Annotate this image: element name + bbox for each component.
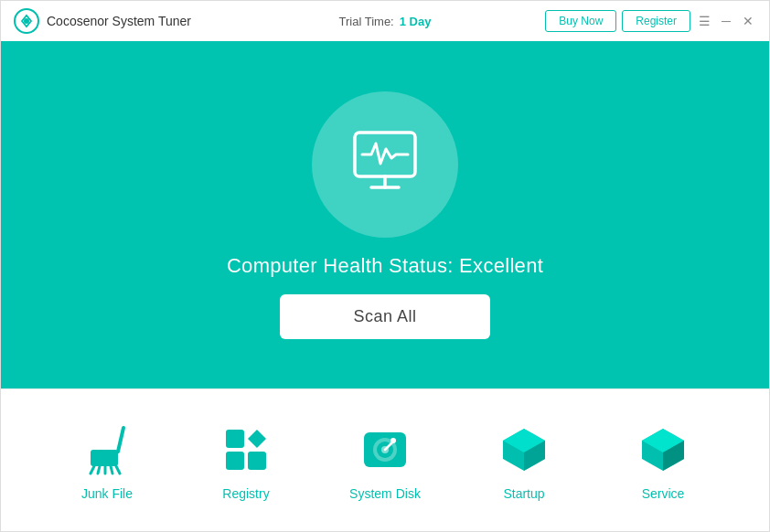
svg-line-6	[91, 466, 94, 473]
monitor-icon	[344, 123, 426, 206]
health-status: Computer Health Status: Excellent	[227, 254, 543, 278]
startup-label: Startup	[503, 486, 544, 501]
register-button[interactable]: Register	[622, 10, 690, 32]
buy-now-button[interactable]: Buy Now	[545, 10, 616, 32]
service-icon	[636, 422, 690, 477]
svg-rect-13	[226, 452, 244, 470]
startup-icon	[497, 422, 551, 477]
junk-file-icon	[80, 422, 134, 477]
menu-button[interactable]: ☰	[696, 13, 712, 29]
trial-value: 1 Day	[400, 15, 432, 28]
registry-label: Registry	[222, 486, 269, 501]
system-disk-label: System Disk	[349, 486, 421, 501]
svg-line-10	[116, 466, 120, 473]
system-disk-icon	[358, 422, 412, 477]
registry-icon	[219, 422, 273, 477]
title-bar: Cocosenor System Tuner Trial Time: 1 Day…	[1, 1, 769, 41]
main-hero: Computer Health Status: Excellent Scan A…	[1, 41, 769, 388]
trial-info: Trial Time: 1 Day	[339, 15, 432, 28]
scan-all-button[interactable]: Scan All	[280, 294, 489, 339]
svg-rect-14	[248, 452, 266, 470]
bottom-toolbar: Junk File Registry	[1, 388, 769, 532]
window-controls: Buy Now Register ☰ ─ ✕	[545, 10, 756, 32]
trial-label: Trial Time:	[339, 15, 394, 28]
minimize-button[interactable]: ─	[718, 13, 734, 29]
svg-rect-5	[91, 450, 118, 466]
svg-point-21	[390, 438, 396, 443]
app-title: Cocosenor System Tuner	[47, 14, 191, 28]
svg-rect-12	[226, 430, 244, 448]
system-disk-item[interactable]: System Disk	[339, 422, 431, 501]
service-label: Service	[642, 486, 685, 501]
junk-file-item[interactable]: Junk File	[61, 422, 153, 501]
service-item[interactable]: Service	[617, 422, 709, 501]
svg-line-9	[111, 466, 112, 473]
svg-line-7	[98, 466, 100, 473]
registry-item[interactable]: Registry	[200, 422, 292, 501]
close-button[interactable]: ✕	[740, 13, 756, 29]
startup-item[interactable]: Startup	[478, 422, 570, 501]
app-logo-icon	[14, 8, 39, 34]
monitor-circle	[312, 91, 458, 238]
junk-file-label: Junk File	[81, 486, 133, 501]
svg-marker-15	[248, 430, 266, 448]
svg-line-11	[118, 428, 123, 452]
svg-point-1	[24, 18, 29, 24]
